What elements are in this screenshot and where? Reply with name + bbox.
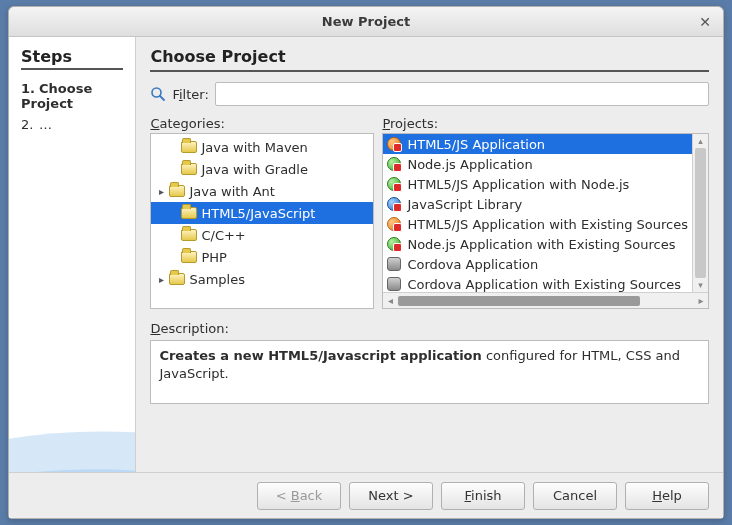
categories-label: Categories:: [150, 116, 374, 131]
cordova-app-icon: [387, 277, 401, 291]
horizontal-scrollbar[interactable]: ◂ ▸: [383, 292, 708, 308]
projects-list[interactable]: HTML5/JS Application Node.js Application…: [382, 133, 709, 309]
help-button[interactable]: Help: [625, 482, 709, 510]
js-library-icon: [387, 197, 401, 211]
back-button[interactable]: < Back: [257, 482, 341, 510]
html5-app-icon: [387, 217, 401, 231]
divider: [21, 68, 123, 70]
button-row: < Back Next > Finish Cancel Help: [9, 472, 723, 518]
description-box: Creates a new HTML5/Javascript applicati…: [150, 340, 709, 404]
project-item[interactable]: JavaScript Library: [383, 194, 692, 214]
filter-row: Filter:: [150, 82, 709, 106]
category-item[interactable]: Java with Maven: [151, 136, 373, 158]
filter-label: Filter:: [172, 87, 208, 102]
category-item[interactable]: C/C++: [151, 224, 373, 246]
lists-row: Categories: Java with Maven Java with Gr…: [150, 116, 709, 309]
project-item[interactable]: Node.js Application with Existing Source…: [383, 234, 692, 254]
categories-column: Categories: Java with Maven Java with Gr…: [150, 116, 374, 309]
projects-column: Projects: HTML5/JS Application Node.js A…: [382, 116, 709, 309]
decorative-swoosh: [9, 282, 136, 472]
main-heading: Choose Project: [150, 47, 709, 66]
svg-line-1: [160, 96, 164, 100]
category-item[interactable]: PHP: [151, 246, 373, 268]
folder-icon: [169, 273, 185, 285]
folder-icon: [181, 141, 197, 153]
nodejs-app-icon: [387, 157, 401, 171]
cancel-button[interactable]: Cancel: [533, 482, 617, 510]
description-label: Description:: [150, 321, 709, 336]
project-item[interactable]: Cordova Application: [383, 254, 692, 274]
folder-icon: [169, 185, 185, 197]
steps-list: 1.Choose Project 2.…: [21, 78, 123, 135]
scroll-left-icon[interactable]: ◂: [383, 295, 397, 306]
steps-pane: Steps 1.Choose Project 2.…: [9, 37, 136, 472]
next-button[interactable]: Next >: [349, 482, 433, 510]
steps-heading: Steps: [21, 47, 123, 66]
scroll-thumb[interactable]: [398, 296, 640, 306]
titlebar: New Project ✕: [9, 7, 723, 37]
scroll-up-icon[interactable]: ▴: [693, 134, 708, 148]
category-item[interactable]: ▸Samples: [151, 268, 373, 290]
vertical-scrollbar[interactable]: ▴ ▾: [692, 134, 708, 292]
window-title: New Project: [9, 14, 723, 29]
folder-icon: [181, 251, 197, 263]
category-item[interactable]: ▸Java with Ant: [151, 180, 373, 202]
folder-icon: [181, 229, 197, 241]
project-item[interactable]: HTML5/JS Application with Node.js: [383, 174, 692, 194]
project-item[interactable]: HTML5/JS Application with Existing Sourc…: [383, 214, 692, 234]
scroll-down-icon[interactable]: ▾: [693, 278, 708, 292]
finish-button[interactable]: Finish: [441, 482, 525, 510]
close-icon[interactable]: ✕: [695, 12, 715, 32]
search-icon: [150, 86, 166, 102]
new-project-dialog: New Project ✕ Steps 1.Choose Project 2.……: [8, 6, 724, 519]
category-item[interactable]: HTML5/JavaScript: [151, 202, 373, 224]
project-item[interactable]: Cordova Application with Existing Source…: [383, 274, 692, 292]
chevron-right-icon[interactable]: ▸: [155, 274, 167, 285]
scroll-right-icon[interactable]: ▸: [694, 295, 708, 306]
nodejs-app-icon: [387, 177, 401, 191]
projects-label: Projects:: [382, 116, 709, 131]
dialog-content: Steps 1.Choose Project 2.… Choose Projec…: [9, 37, 723, 472]
folder-icon: [181, 163, 197, 175]
chevron-right-icon[interactable]: ▸: [155, 186, 167, 197]
filter-input[interactable]: [215, 82, 709, 106]
cordova-app-icon: [387, 257, 401, 271]
step-item: 1.Choose Project: [21, 78, 123, 114]
folder-icon: [181, 207, 197, 219]
categories-tree[interactable]: Java with Maven Java with Gradle ▸Java w…: [150, 133, 374, 309]
nodejs-app-icon: [387, 237, 401, 251]
category-item[interactable]: Java with Gradle: [151, 158, 373, 180]
step-item: 2.…: [21, 114, 123, 135]
divider: [150, 70, 709, 72]
html5-app-icon: [387, 137, 401, 151]
scroll-thumb[interactable]: [695, 148, 706, 278]
project-item[interactable]: HTML5/JS Application: [383, 134, 692, 154]
main-pane: Choose Project Filter: Categories: Java …: [136, 37, 723, 472]
project-item[interactable]: Node.js Application: [383, 154, 692, 174]
